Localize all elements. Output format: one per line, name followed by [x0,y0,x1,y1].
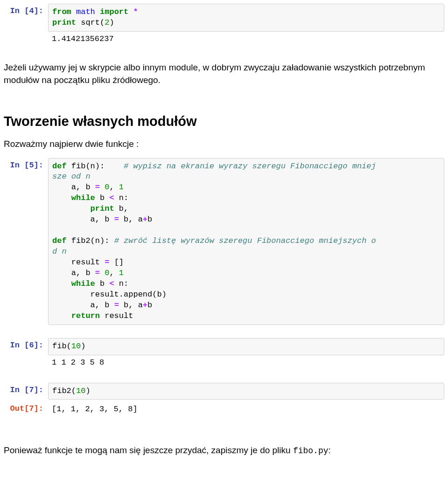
code-cell: In [4]: from math import * print sqrt(2) [4,4,444,32]
num: 10 [76,387,85,395]
notebook-page: In [4]: from math import * print sqrt(2)… [0,0,448,463]
code-text: result [52,258,105,267]
comment: # zwróć listę wyrazów szeregu Fibonaccie… [114,236,376,245]
code-input[interactable]: fib2(10) [48,383,444,400]
op-eq: = [105,258,114,267]
output-prompt-empty [4,355,48,372]
section-heading: Tworzenie własnych modułów [4,114,444,129]
code-text: a, b [52,215,114,224]
num: 1 [119,183,124,192]
code-text: b, a [124,215,143,224]
input-prompt: In [4]: [4,4,48,32]
op-plus: + [143,301,147,310]
output-prompt: Out[7]: [4,401,48,418]
kw-def: def [52,162,71,171]
code-text: [] [114,258,124,267]
output-prompt-empty [4,32,48,48]
kw-print: print [52,204,119,213]
prose-text: Jeżeli używamy jej w skrypcie albo innym… [4,58,444,90]
kw-while: while [52,279,100,288]
code-text: , [109,269,119,277]
code-text: b [100,193,109,202]
op-eq: = [114,215,124,224]
num: 10 [71,342,81,351]
mod-math: math [76,7,95,16]
blank-line [52,226,57,235]
prose-span: : [329,445,331,455]
code-text: a, b [52,183,95,192]
code-input[interactable]: fib(10) [48,338,444,355]
input-prompt: In [7]: [4,383,48,400]
num: 0 [105,183,109,192]
op-eq: = [95,183,105,192]
code-text: b, a [124,301,143,310]
code-text: b [147,215,152,224]
op-lt: < [109,193,119,202]
kw-import: import [95,7,133,16]
code-text: ) [109,18,114,27]
code-text: n: [119,279,128,288]
code-text: , [109,183,119,192]
input-prompt: In [5]: [4,158,48,325]
output-row: Out[7]: [1, 1, 2, 3, 5, 8] [4,401,444,418]
op-star: * [133,7,138,16]
kw-def: def [52,236,71,245]
op-eq: = [114,301,124,310]
code-text: fib( [52,342,71,351]
prose-text: Ponieważ funkcje te mogą nam się jeszcze… [4,441,444,460]
op-eq: = [95,269,105,277]
code-text: a, b [52,301,114,310]
stdout: 1.41421356237 [48,32,444,48]
code-text: a, b [52,269,95,277]
input-prompt: In [6]: [4,338,48,355]
num: 0 [105,269,109,277]
code-cell: In [5]: def fib(n): # wypisz na ekranie … [4,158,444,325]
op-lt: < [109,279,119,288]
code-text: b [100,279,109,288]
code-text: fib2( [52,387,76,395]
code-text: n: [119,193,128,202]
code-input[interactable]: from math import * print sqrt(2) [48,4,444,32]
op-plus: + [143,215,147,224]
code-text: sqrt( [81,18,105,27]
stdout: 1 1 2 3 5 8 [48,355,444,372]
code-cell: In [7]: fib2(10) [4,383,444,400]
kw-from: from [52,7,76,16]
code-input[interactable]: def fib(n): # wypisz na ekranie wyrazy s… [48,158,444,325]
code-cell: In [6]: fib(10) [4,338,444,355]
comment-cont: sze od n [52,172,91,181]
num-2: 2 [105,18,109,27]
output-value: [1, 1, 2, 3, 5, 8] [48,401,444,418]
kw-print: print [52,18,81,27]
num: 1 [119,269,124,277]
comment-cont: d n [52,247,67,256]
comment: # wypisz na ekranie wyrazy szeregu Fibon… [124,162,376,171]
code-text: fib(n): [71,162,124,171]
kw-return: return [52,311,105,320]
code-text: b [147,301,152,310]
kw-while: while [52,193,100,202]
code-text: result.append(b) [52,290,167,299]
code-text: result [105,311,133,320]
output-row: 1 1 2 3 5 8 [4,355,444,372]
prose-span: Ponieważ funkcje te mogą nam się jeszcze… [4,445,293,455]
inline-code: fibo.py [293,446,329,456]
code-text: fib2(n): [71,236,114,245]
code-text: ) [85,387,90,395]
prose-text: Rozważmy najpierw dwie funkcje : [4,135,444,153]
output-row: 1.41421356237 [4,32,444,48]
code-text: b, [119,204,128,213]
code-text: ) [81,342,85,351]
